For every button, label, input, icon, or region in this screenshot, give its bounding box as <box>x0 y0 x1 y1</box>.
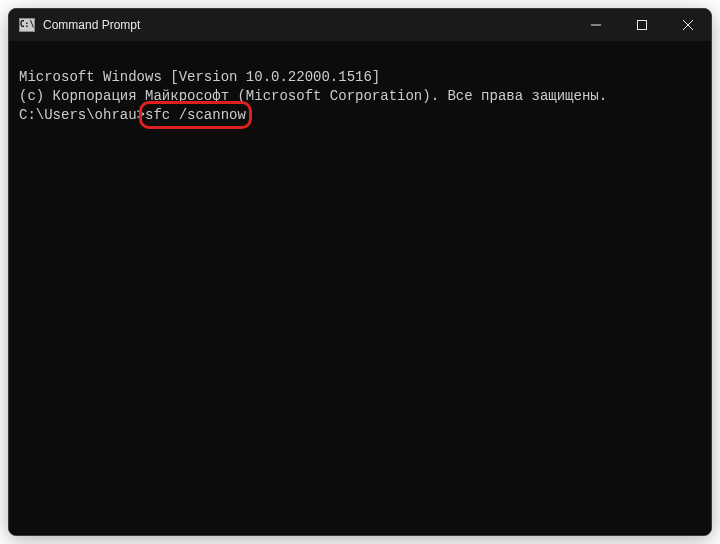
titlebar-left: C:\ Command Prompt <box>19 18 140 32</box>
svg-rect-1 <box>638 21 647 30</box>
terminal-line: (c) Корпорация Майкрософт (Microsoft Cor… <box>19 87 701 106</box>
terminal-line: Microsoft Windows [Version 10.0.22000.15… <box>19 68 701 87</box>
command-prompt-window: C:\ Command Prompt Microsoft Windows [Ve… <box>8 8 712 536</box>
terminal-output[interactable]: Microsoft Windows [Version 10.0.22000.15… <box>9 41 711 535</box>
terminal-prompt-line: C:\Users\ohrau>sfc /scannow <box>19 106 246 125</box>
typed-command: sfc /scannow <box>145 107 246 123</box>
close-button[interactable] <box>665 9 711 41</box>
window-titlebar[interactable]: C:\ Command Prompt <box>9 9 711 41</box>
cmd-icon: C:\ <box>19 18 35 32</box>
maximize-button[interactable] <box>619 9 665 41</box>
window-controls <box>573 9 711 41</box>
window-title: Command Prompt <box>43 18 140 32</box>
prompt-path: C:\Users\ohrau> <box>19 107 145 123</box>
minimize-button[interactable] <box>573 9 619 41</box>
